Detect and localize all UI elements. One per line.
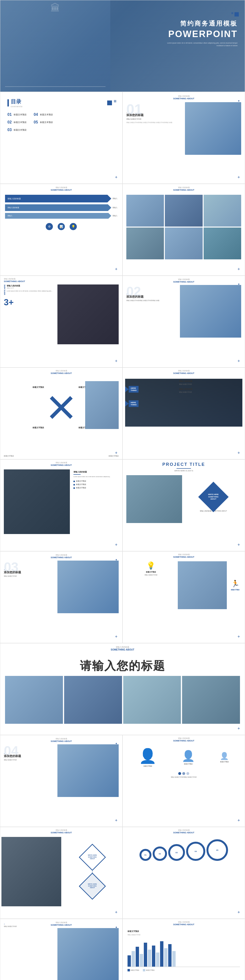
toc-item-3: 03 标题文本预设 bbox=[7, 128, 27, 132]
bc-header: 请输入您的标题 SOMETHING ABOUT bbox=[123, 919, 245, 928]
bar-11 bbox=[168, 944, 172, 967]
s05-body-text: 请输入标题文字内容 bbox=[4, 926, 55, 928]
meeting-item-2: 标题文字预设 bbox=[73, 484, 118, 486]
meeting-subheader: SOMETHING ABOUT bbox=[4, 464, 119, 466]
d2-label: WRITE HERESOMETHINGABOUT bbox=[88, 883, 97, 889]
bc-subheader: SOMETHING ABOUT bbox=[126, 923, 241, 926]
lb-icon: 💡 bbox=[126, 561, 175, 570]
s01-add-title: 添加您的标题 bbox=[126, 113, 183, 117]
lb-header: 请输入您的标题 SOMETHING ABOUT bbox=[123, 552, 245, 560]
toc-item-4: 04 标题文本预设 bbox=[34, 113, 53, 117]
s01-header: 请输入您的标题 bbox=[126, 95, 241, 97]
s02-subheader: SOMETHING ABOUT bbox=[126, 281, 241, 283]
pi-figure-sm: 👤 标题文字预设 bbox=[220, 752, 229, 763]
s01-title-area: ✦ 添加您的标题 请输入标题文字内容 请输入标题文字内容请输入标题文字内容请输入… bbox=[126, 112, 183, 124]
phone-subheader: SOMETHING ABOUT bbox=[4, 831, 119, 834]
meeting-dot-3 bbox=[73, 487, 75, 489]
pi-label-med: 标题文字预设 bbox=[181, 763, 195, 765]
slide-meeting: 请输入您的标题 SOMETHING ABOUT 请输入您的标题 Lorem ip… bbox=[0, 460, 123, 551]
arrow-side-text-2: 请输入 bbox=[113, 207, 118, 209]
slide-barchart: 请输入您的标题 SOMETHING ABOUT 标签文字预设 请输入标题文字内容 bbox=[123, 919, 245, 980]
pi-figure-med: 👤 标题文字预设 bbox=[181, 749, 195, 765]
ps-img-2 bbox=[64, 676, 122, 724]
cover-deco-square bbox=[234, 12, 239, 16]
herething-cross: + bbox=[237, 450, 240, 455]
herething-header: 请输入您的标题 SOMETHING ABOUT bbox=[123, 368, 245, 376]
large-title-header: 请输入您的标题 SOMETHING ABOUT bbox=[0, 643, 245, 654]
s04-add-title: 添加您的标题 bbox=[4, 754, 55, 758]
lb-body: 💡 标题文字预设 请输入标题文字内容 🏃 标题文字预设 bbox=[123, 560, 245, 610]
s02-body: 02 ✦ 添加您的标题 请输入标题文字内容请输入标题文字内容请输入标题 bbox=[126, 285, 241, 337]
row-4: 请输入您的标题 SOMETHING ABOUT WRITE HERE 请输入您的… bbox=[0, 275, 245, 368]
meeting-item-3: 标题文字预设 bbox=[73, 487, 118, 489]
wave-circle-3: 03 bbox=[168, 844, 185, 861]
lt-subheader: SOMETHING ABOUT bbox=[5, 648, 240, 651]
arrow-text-2: 请输入您的标题 bbox=[7, 207, 19, 209]
xshape-content: 标题文字预设 标题文字预设 标题文字预设 标题文字预设 bbox=[0, 376, 122, 439]
project-cross: + bbox=[237, 542, 240, 547]
project-header: PROJECT TITLE WRITE HERE IS JUST A bbox=[123, 460, 245, 474]
lt-cross: + bbox=[237, 726, 240, 731]
s04-left: 04 ✦ 添加您的标题 请输入标题文字内容 bbox=[4, 745, 55, 797]
meeting-cross: + bbox=[115, 542, 118, 547]
s01-subheader: SOMETHING ABOUT bbox=[126, 97, 241, 100]
arrow-text-3: 请输入 bbox=[7, 215, 13, 217]
herething-body1: 请输入标题文字内容 bbox=[179, 383, 244, 385]
bar-8 bbox=[156, 953, 159, 967]
pi-dot-3 bbox=[186, 772, 189, 775]
meeting-item-1: 标题文字预设 bbox=[73, 480, 118, 482]
slide-person-info: 请输入您的标题 SOMETHING ABOUT 👤 标题文字预设 👤 标题文字预… bbox=[123, 735, 245, 827]
grid-img-1 bbox=[126, 195, 164, 227]
herething-body2: 请输入标题文字内容 bbox=[179, 391, 244, 393]
herething-subheader: SOMETHING ABOUT bbox=[126, 372, 241, 374]
herething-title1: 通输入您的标题 bbox=[179, 380, 244, 383]
meeting-body-text: Lorem ipsum dolor sit or elit lamet cons… bbox=[73, 476, 118, 478]
lt-label: 请输入您的标题 bbox=[5, 646, 240, 648]
meeting-title: 请输入您的标题 bbox=[73, 471, 118, 473]
toc-item-5: 05 标题文本预设 bbox=[34, 120, 53, 124]
large-title-main: 请输入您的标题 bbox=[0, 654, 245, 676]
row-10: 请输入您的标题 SOMETHING ABOUT WRITE HERESOMETH… bbox=[0, 827, 245, 919]
wave-label: 请输入您的标题 bbox=[126, 829, 241, 831]
toc-cross: + bbox=[115, 175, 118, 180]
arrows-cross: + bbox=[115, 267, 118, 272]
arrow-tip-3 bbox=[108, 213, 111, 219]
arrow-body-1: 请输入您的标题 bbox=[5, 195, 107, 202]
write-here-vert: WRITE HERE bbox=[4, 285, 5, 295]
herething-left: HERETHING HERETHING 通输入您的标题 请输入标题文字内容 通输… bbox=[123, 376, 245, 446]
row-9: 请输入您的标题 SOMETHING ABOUT 04 ✦ 添加您的标题 请输入标… bbox=[0, 735, 245, 827]
pi-cross: + bbox=[237, 818, 240, 823]
diamond-2: WRITE HERESOMETHINGABOUT bbox=[83, 877, 102, 896]
diamond-1-text: WRITE HERESOMETHINGABOUT bbox=[83, 848, 102, 867]
arrows-subheader: SOMETHING ABOUT bbox=[4, 189, 119, 191]
slide-project: PROJECT TITLE WRITE HERE IS JUST A WRITE… bbox=[123, 460, 245, 551]
row-11: 请输入您的标题 SOMETHING ABOUT ✦ 请输入标题文字内容 + ✦ … bbox=[0, 919, 245, 980]
wave-circle-1: 01 bbox=[140, 849, 151, 861]
cover-content: 简约商务通用模板 POWERPOINT Lorem ipsum dolor si… bbox=[166, 19, 238, 47]
project-image bbox=[126, 475, 182, 523]
xshape-footer-labels: 标题文字预设 标题文字预设 bbox=[4, 455, 119, 457]
image-grid bbox=[123, 194, 245, 261]
s03-header: 请输入您的标题 bbox=[4, 554, 119, 556]
cover-title-cn: 简约商务通用模板 bbox=[166, 19, 238, 28]
camera-num: 3+ bbox=[4, 298, 55, 307]
toc-num-4: 04 bbox=[34, 113, 38, 117]
camera-label: 请输入您的标题 bbox=[4, 278, 119, 280]
slide-phone: 请输入您的标题 SOMETHING ABOUT WRITE HERESOMETH… bbox=[0, 827, 123, 919]
s01-body-text: 请输入标题文字内容 bbox=[126, 118, 183, 120]
pi-dot-1 bbox=[178, 772, 181, 775]
meeting-hr bbox=[73, 474, 81, 475]
slide-toc: 目录 contents 01 标题文本预设 02 标题文本预设 bbox=[0, 92, 123, 184]
lb-figure-text: 标题文字预设 bbox=[231, 589, 240, 591]
meeting-dot-2 bbox=[73, 484, 75, 485]
arrow-row-2: 请输入您的标题 请输入 bbox=[5, 204, 118, 211]
grid-header: 请输入您的标题 SOMETHING ABOUT bbox=[123, 184, 245, 194]
s05-title-area: ✦ 请输入标题文字内容 bbox=[4, 923, 55, 928]
toc-deco-tr2 bbox=[114, 100, 116, 102]
slide-lightbulb: 请输入您的标题 SOMETHING ABOUT 💡 标题文字预设 请输入标题文字… bbox=[123, 551, 245, 643]
s04-star-deco: ✦ bbox=[115, 742, 118, 745]
x-label-bl: 标题文字预设 bbox=[33, 426, 44, 429]
s03-cross: + bbox=[115, 634, 118, 639]
grid-img-3 bbox=[204, 195, 241, 227]
toc-num-2: 02 bbox=[7, 120, 12, 124]
